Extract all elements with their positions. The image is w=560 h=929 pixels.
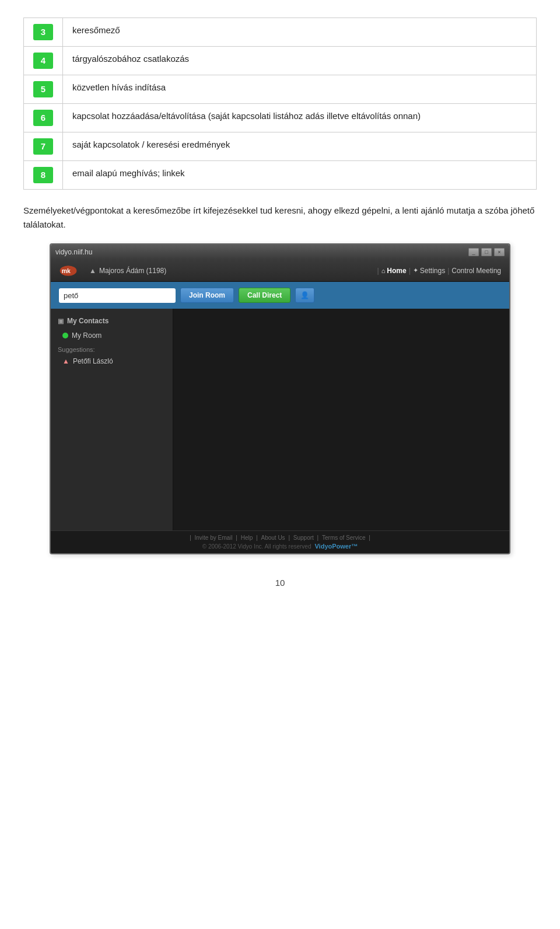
user-icon: ▲ xyxy=(89,267,96,275)
nav-settings[interactable]: ✦ Settings xyxy=(413,267,445,275)
user-name: Majoros Ádám (1198) xyxy=(99,267,166,275)
room-status-dot xyxy=(62,333,68,338)
close-button[interactable]: × xyxy=(494,248,505,256)
row-desc-8: email alapú meghívás; linkek xyxy=(63,161,537,190)
footer-links: | Invite by Email | Help | About Us | Su… xyxy=(59,535,501,541)
nav-control-meeting[interactable]: Control Meeting xyxy=(452,267,501,275)
table-row: 5 közvetlen hívás indítása xyxy=(24,75,537,104)
window-title: vidyo.niif.hu xyxy=(55,248,468,256)
row-num-4: 4 xyxy=(24,47,63,75)
table-row: 7 saját kapcsolatok / keresési eredménye… xyxy=(24,132,537,161)
row-num-6: 6 xyxy=(24,104,63,132)
footer-about-link[interactable]: About Us xyxy=(261,535,285,541)
contacts-icon: ▣ xyxy=(58,317,64,325)
app-searchbar: Join Room Call Direct 👤 xyxy=(51,282,509,309)
sidebar-myroom-label: My Room xyxy=(72,331,102,340)
row-desc-4: tárgyalószobához csatlakozás xyxy=(63,47,537,75)
sidebar-item-myroom[interactable]: My Room xyxy=(51,329,173,343)
table-row: 8 email alapú meghívás; linkek xyxy=(24,161,537,190)
app-navbar: mk ▲ Majoros Ádám (1198) | ⌂ Home | ✦ Se… xyxy=(51,260,509,282)
footer-help-link[interactable]: Help xyxy=(241,535,253,541)
sidebar-item-petofi[interactable]: ▲ Petőfi László xyxy=(51,354,173,368)
app-sidebar: ▣ My Contacts My Room Suggestions: ▲ Pet… xyxy=(51,309,173,530)
avatar-icon: 👤 xyxy=(300,291,309,299)
footer-support-link[interactable]: Support xyxy=(293,535,314,541)
contacts-header-label: My Contacts xyxy=(67,317,108,325)
row-num-5: 5 xyxy=(24,75,63,104)
row-desc-6: kapcsolat hozzáadása/eltávolítása (saját… xyxy=(63,104,537,132)
app-footer: | Invite by Email | Help | About Us | Su… xyxy=(51,530,509,553)
nav-links: | ⌂ Home | ✦ Settings | Control Meeting xyxy=(375,267,501,275)
contacts-section: ▣ My Contacts My Room Suggestions: ▲ Pet… xyxy=(51,313,173,368)
description-text: Személyeket/végpontokat a keresőmezőbe í… xyxy=(23,204,537,232)
settings-icon: ✦ xyxy=(413,267,418,274)
footer-sep: | xyxy=(369,535,370,541)
footer-copyright: © 2006-2012 Vidyo Inc. All rights reserv… xyxy=(59,543,501,550)
app-content-area xyxy=(173,309,509,530)
avatar-button[interactable]: 👤 xyxy=(295,288,314,303)
contacts-header[interactable]: ▣ My Contacts xyxy=(51,313,173,329)
table-row: 4 tárgyalószobához csatlakozás xyxy=(24,47,537,75)
footer-sep: | xyxy=(190,535,191,541)
footer-tos-link[interactable]: Terms of Service xyxy=(322,535,365,541)
page-number: 10 xyxy=(23,578,537,588)
table-row: 6 kapcsolat hozzáadása/eltávolítása (saj… xyxy=(24,104,537,132)
join-room-button[interactable]: Join Room xyxy=(180,288,234,303)
row-num-7: 7 xyxy=(24,132,63,161)
footer-sep: | xyxy=(236,535,237,541)
search-input[interactable] xyxy=(59,288,176,303)
nav-home[interactable]: ⌂ Home xyxy=(382,267,407,275)
maximize-button[interactable]: □ xyxy=(481,248,492,256)
app-user-info: ▲ Majoros Ádám (1198) xyxy=(89,267,166,275)
sidebar-person-name: Petőfi László xyxy=(73,357,113,365)
home-icon: ⌂ xyxy=(382,267,386,274)
app-logo: mk xyxy=(59,264,82,278)
row-num-3: 3 xyxy=(24,18,63,47)
svg-text:mk: mk xyxy=(62,268,71,274)
app-screenshot: vidyo.niif.hu _ □ × mk ▲ Majoros Ádám (1… xyxy=(50,243,510,554)
footer-invite-link[interactable]: Invite by Email xyxy=(195,535,233,541)
row-num-8: 8 xyxy=(24,161,63,190)
window-titlebar: vidyo.niif.hu _ □ × xyxy=(51,245,509,260)
footer-sep: | xyxy=(288,535,290,541)
person-icon: ▲ xyxy=(62,357,69,365)
suggestions-label: Suggestions: xyxy=(51,343,173,354)
row-desc-3: keresőmező xyxy=(63,18,537,47)
footer-sep: | xyxy=(317,535,319,541)
call-direct-button[interactable]: Call Direct xyxy=(239,288,290,303)
feature-table: 3 keresőmező 4 tárgyalószobához csatlako… xyxy=(23,18,537,190)
copyright-text: © 2006-2012 Vidyo Inc. All rights reserv… xyxy=(202,543,312,550)
minimize-button[interactable]: _ xyxy=(468,248,479,256)
window-controls: _ □ × xyxy=(468,248,505,256)
row-desc-7: saját kapcsolatok / keresési eredmények xyxy=(63,132,537,161)
footer-sep: | xyxy=(256,535,258,541)
vidyo-power-logo: VidyoPower™ xyxy=(314,543,358,550)
row-desc-5: közvetlen hívás indítása xyxy=(63,75,537,104)
app-body: mk ▲ Majoros Ádám (1198) | ⌂ Home | ✦ Se… xyxy=(51,260,509,553)
table-row: 3 keresőmező xyxy=(24,18,537,47)
app-main: ▣ My Contacts My Room Suggestions: ▲ Pet… xyxy=(51,309,509,530)
